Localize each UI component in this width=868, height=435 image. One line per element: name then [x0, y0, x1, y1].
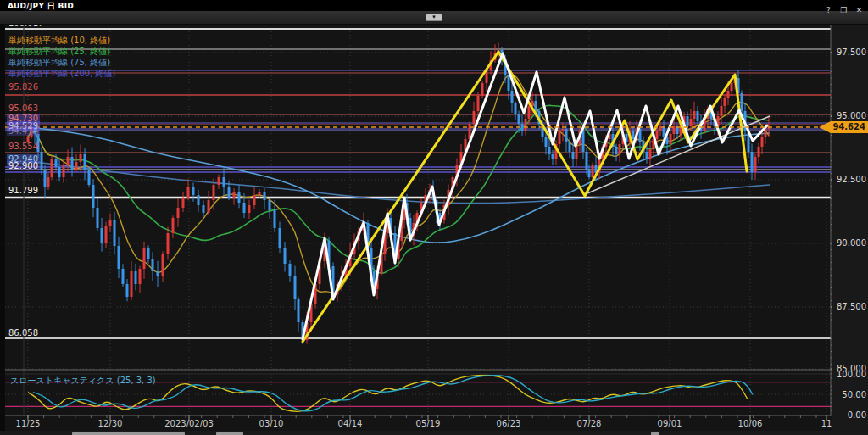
time-axis-tick: 09/01: [658, 419, 682, 428]
legend-sma-0: 単純移動平均線 (10, 終値): [8, 35, 110, 47]
price-axis-tick: 97.500: [832, 47, 866, 57]
price-level-label: 94.474: [7, 126, 40, 136]
titlebar[interactable]: AUD/JPY 日 BID ? ❐ ✕: [0, 0, 868, 11]
left-gutter: [0, 24, 5, 435]
window-controls: ? ❐ ✕: [823, 0, 865, 11]
price-axis-tick: 95.000: [832, 111, 866, 120]
stochastic-axis-tick: 100.00: [832, 370, 866, 379]
background-window-fragment: [216, 432, 243, 435]
chevron-down-icon: ▼: [431, 14, 437, 20]
time-axis-tick: 03/10: [259, 419, 284, 428]
background-window-fragment: [651, 432, 659, 435]
time-axis-tick: 10/06: [738, 419, 763, 428]
stochastic-indicator-label: スローストキャスティクス (25, 3, 3): [10, 375, 156, 387]
horizontal-price-lines: [5, 29, 831, 338]
price-axis-tick: 87.500: [832, 302, 866, 311]
time-axis-tick: 04/14: [338, 419, 363, 428]
chart-window: AUD/JPY 日 BID ? ❐ ✕ ▼ 単純移動平均線 (10, 終値)単純…: [0, 0, 868, 435]
price-level-label: 91.799: [7, 186, 40, 195]
window-title: AUD/JPY 日 BID: [8, 1, 74, 12]
time-axis-tick: 07/28: [577, 419, 602, 428]
background-window-fragment: [72, 432, 185, 435]
legend-sma-3: 単純移動平均線 (200, 終値): [8, 68, 115, 80]
help-icon[interactable]: ?: [823, 5, 834, 16]
chart-area[interactable]: 単純移動平均線 (10, 終値)単純移動平均線 (25, 終値)単純移動平均線 …: [0, 24, 868, 435]
stochastic-axis-tick: 50.00: [832, 390, 866, 399]
time-axis-tick: 2023/02/03: [164, 419, 214, 428]
time-axis-tick: 11: [821, 419, 832, 428]
price-level-label: 95.826: [7, 82, 40, 92]
collapsed-toolbar: ▼: [0, 11, 868, 25]
price-level-label: 93.554: [7, 142, 40, 151]
price-level-label: 92.900: [7, 161, 40, 170]
restore-icon[interactable]: ❐: [838, 5, 849, 16]
time-axis-tick: 12/30: [98, 419, 123, 428]
price-axis-tick: 90.000: [832, 238, 866, 248]
time-axis-tick: 05/19: [416, 419, 441, 428]
stochastic-axis-tick: 0.00: [832, 410, 866, 420]
time-axis-tick: 11/25: [16, 419, 41, 428]
toolbar-expand-button[interactable]: ▼: [426, 14, 442, 21]
price-chart-canvas[interactable]: [0, 24, 868, 435]
close-icon[interactable]: ✕: [854, 5, 865, 16]
legend-sma-2: 単純移動平均線 (75, 終値): [8, 57, 110, 69]
bottom-edge: [0, 431, 868, 435]
legend-sma-1: 単純移動平均線 (25, 終値): [8, 46, 110, 58]
price-axis-tick: 92.500: [832, 175, 866, 184]
price-level-label: 95.063: [7, 103, 40, 113]
price-level-label: 86.058: [7, 328, 40, 337]
time-axis-tick: 06/23: [497, 419, 521, 428]
